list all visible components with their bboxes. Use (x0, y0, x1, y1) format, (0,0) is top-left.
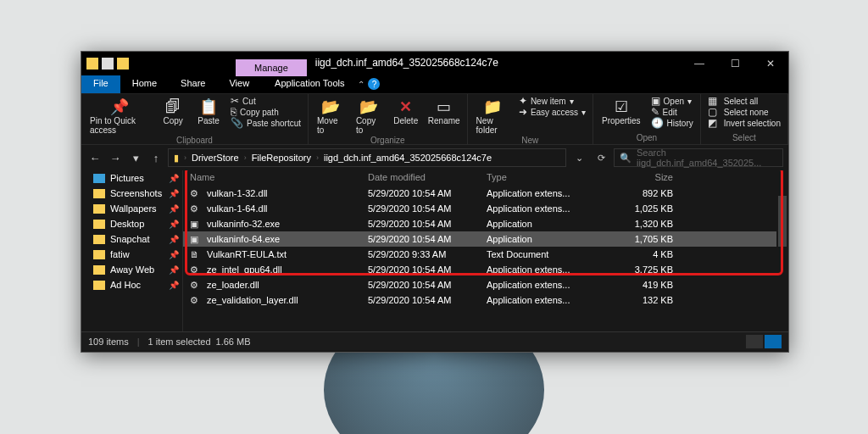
sidebar-item[interactable]: fatiw📌 (81, 247, 182, 262)
pin-icon: 📌 (169, 220, 179, 229)
back-button[interactable]: ← (86, 152, 103, 164)
scrollbar[interactable] (776, 170, 788, 331)
breadcrumb-part[interactable]: iigd_dch.inf_amd64_352025668c124c7e (324, 153, 492, 163)
new-folder-icon: 📁 (483, 97, 502, 116)
forward-button[interactable]: → (107, 152, 124, 164)
col-size[interactable]: Size (605, 172, 673, 182)
sidebar-item[interactable]: Pictures📌 (81, 170, 182, 186)
file-icon: ⚙ (190, 203, 202, 214)
tab-file[interactable]: File (81, 75, 120, 93)
sidebar-item[interactable]: Snapchat📌 (81, 231, 182, 247)
sidebar-item-label: Pictures (110, 173, 144, 183)
folder-icon (93, 189, 105, 198)
tab-home[interactable]: Home (120, 75, 169, 93)
qat-icon[interactable] (102, 58, 114, 70)
pin-icon: 📌 (169, 204, 179, 214)
history-icon: 🕘 (651, 119, 664, 128)
breadcrumb-part[interactable]: FileRepository (252, 153, 311, 163)
maximize-button[interactable]: ☐ (717, 52, 753, 75)
paste-shortcut-button[interactable]: 📎Paste shortcut (227, 118, 304, 129)
tab-application-tools[interactable]: Application Tools (261, 75, 358, 93)
status-size: 1.66 MB (216, 337, 251, 347)
pin-to-quick-access-button[interactable]: 📌Pin to Quick access (85, 94, 154, 135)
file-icon: 🗎 (190, 249, 202, 259)
paste-button[interactable]: 📋Paste (192, 94, 225, 125)
tab-share[interactable]: Share (169, 75, 217, 93)
col-name[interactable]: Name (190, 172, 368, 182)
sidebar-item-label: Desktop (110, 219, 144, 229)
file-type: Application extens... (487, 280, 605, 290)
file-date: 5/29/2020 10:54 AM (368, 203, 487, 214)
titlebar[interactable]: Manage iigd_dch.inf_amd64_352025668c124c… (81, 52, 788, 75)
file-row[interactable]: 🗎VulkanRT-EULA.txt5/29/2020 9:33 AMText … (183, 247, 788, 262)
tab-view[interactable]: View (217, 75, 261, 93)
file-size: 3,725 KB (605, 264, 673, 275)
close-button[interactable]: ✕ (753, 52, 788, 75)
copy-icon: 🗐 (165, 97, 181, 116)
file-row[interactable]: ⚙vulkan-1-64.dll5/29/2020 10:54 AMApplic… (183, 201, 788, 216)
file-row[interactable]: ▣vulkaninfo-32.exe5/29/2020 10:54 AMAppl… (183, 216, 788, 231)
easy-access-button[interactable]: ➜Easy access ▾ (515, 107, 589, 118)
collapse-ribbon-icon[interactable]: ⌃ (358, 80, 364, 89)
manage-contextual-tab[interactable]: Manage (236, 59, 307, 76)
move-to-button[interactable]: 📂Move to (312, 94, 349, 135)
help-icon[interactable]: ? (368, 78, 380, 90)
rename-button[interactable]: ▭Rename (425, 94, 464, 125)
search-input[interactable]: 🔍 Search iigd_dch.inf_amd64_352025... (614, 148, 783, 167)
details-view-button[interactable] (746, 335, 763, 348)
scrollbar-thumb[interactable] (778, 196, 787, 247)
sidebar-item[interactable]: Away Web📌 (81, 262, 182, 277)
invert-icon: ◩ (708, 119, 717, 128)
copy-button[interactable]: 🗐Copy (156, 94, 190, 125)
sidebar-item-label: Wallpapers (110, 203, 157, 214)
history-button[interactable]: 🕘History (648, 118, 697, 129)
copy-to-button[interactable]: 📂Copy to (351, 94, 387, 135)
sidebar-item[interactable]: Wallpapers📌 (81, 201, 182, 216)
properties-icon: ☑ (615, 97, 628, 116)
col-type[interactable]: Type (487, 172, 605, 182)
pin-icon: 📌 (169, 235, 179, 244)
file-row[interactable]: ▣vulkaninfo-64.exe5/29/2020 10:54 AMAppl… (183, 231, 788, 247)
sidebar-item[interactable]: Ad Hoc📌 (81, 277, 182, 292)
col-date[interactable]: Date modified (368, 172, 487, 182)
file-size: 132 KB (605, 295, 673, 305)
breadcrumb-part[interactable]: DriverStore (192, 153, 239, 163)
column-headers[interactable]: Name Date modified Type Size (183, 170, 788, 186)
file-type: Application extens... (487, 295, 605, 305)
invert-selection-button[interactable]: ◩Invert selection (704, 118, 784, 129)
edit-icon: ✎ (651, 108, 659, 117)
open-icon: ▣ (651, 97, 660, 106)
cut-button[interactable]: ✂Cut (227, 96, 304, 107)
file-type: Application (487, 219, 605, 229)
file-row[interactable]: ⚙ze_loader.dll5/29/2020 10:54 AMApplicat… (183, 277, 788, 292)
file-row[interactable]: ⚙ze_validation_layer.dll5/29/2020 10:54 … (183, 292, 788, 308)
file-type: Application extens... (487, 203, 605, 214)
file-row[interactable]: ⚙ze_intel_gpu64.dll5/29/2020 10:54 AMApp… (183, 262, 788, 277)
new-folder-button[interactable]: 📁New folder (471, 94, 514, 135)
delete-button[interactable]: ✕Delete (389, 94, 423, 125)
folder-icon (93, 235, 105, 244)
new-item-icon: ✦ (519, 97, 527, 106)
refresh-button[interactable]: ⟳ (592, 153, 610, 164)
file-name: vulkaninfo-64.exe (207, 234, 368, 244)
breadcrumb[interactable]: ▮ › DriverStore › FileRepository › iigd_… (168, 148, 566, 167)
minimize-button[interactable]: — (682, 52, 717, 75)
properties-button[interactable]: ☑Properties (597, 94, 646, 125)
scissors-icon: ✂ (231, 97, 239, 106)
thumbnails-view-button[interactable] (765, 335, 782, 348)
breadcrumb-dropdown-icon[interactable]: ⌄ (570, 153, 588, 164)
sidebar-item-label: Snapchat (110, 234, 149, 244)
path-icon: ⎘ (231, 108, 236, 117)
up-button[interactable]: ↑ (147, 152, 164, 164)
file-icon: ⚙ (190, 280, 202, 291)
sidebar-item[interactable]: Desktop📌 (81, 216, 182, 231)
sidebar-item[interactable]: Screenshots📌 (81, 186, 182, 201)
recent-button[interactable]: ▾ (127, 152, 144, 164)
status-bar: 109 items | 1 item selected 1.66 MB (81, 331, 788, 350)
quick-access-toolbar[interactable] (81, 52, 134, 75)
file-size: 1,320 KB (605, 219, 673, 229)
file-row[interactable]: ⚙vulkan-1-32.dll5/29/2020 10:54 AMApplic… (183, 186, 788, 201)
sidebar[interactable]: Pictures📌Screenshots📌Wallpapers📌Desktop📌… (81, 170, 183, 331)
qat-icon[interactable] (117, 58, 129, 70)
drive-icon: ▮ (174, 153, 179, 164)
